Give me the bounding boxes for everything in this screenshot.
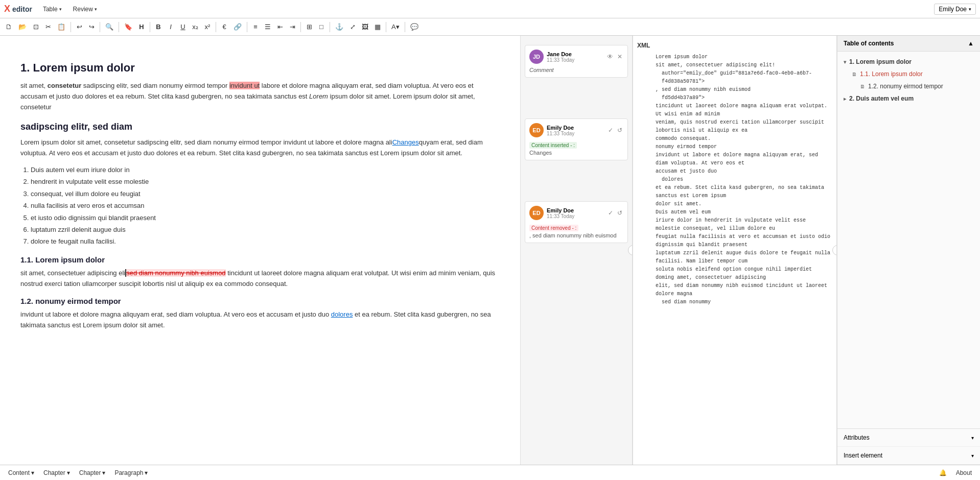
copy-button[interactable]: ⊡ bbox=[30, 20, 41, 34]
comments-panel-toggle[interactable]: › bbox=[628, 245, 633, 255]
image-button[interactable]: 🖼 bbox=[359, 20, 371, 34]
comment-author-3: Emily Doe bbox=[547, 207, 604, 213]
heading-3-2: 1.2. nonumy eirmod tempor bbox=[20, 297, 500, 305]
bookmark-button[interactable]: 🔖 bbox=[122, 20, 135, 34]
list-item: consequat, vel illum dolore eu feugiat bbox=[31, 188, 500, 200]
open-button[interactable]: 📂 bbox=[16, 20, 29, 34]
toc-collapse-button[interactable]: ▲ bbox=[968, 40, 974, 47]
comment-time-3: 11:33 Today bbox=[547, 213, 604, 219]
bold-button[interactable]: B bbox=[153, 20, 164, 34]
link-button[interactable]: 🔗 bbox=[231, 20, 244, 34]
xml-content: Lorem ipsum dolorsit amet, consectetuer … bbox=[637, 53, 832, 306]
comment-avatar-3: ED bbox=[529, 206, 544, 220]
toolbar-separator-5 bbox=[216, 22, 216, 32]
xml-line: invidunt ut labore et dolore magna aliqu… bbox=[637, 151, 832, 167]
xml-line: dolores bbox=[637, 176, 832, 184]
toc-insert-element-label: Insert element bbox=[844, 452, 882, 459]
comment-eye-button[interactable]: 👁 bbox=[606, 52, 614, 61]
underline-button[interactable]: U bbox=[177, 20, 189, 34]
comment-undo-button-3[interactable]: ↺ bbox=[616, 208, 623, 218]
comment-avatar-1: JD bbox=[529, 50, 544, 64]
xml-panel-toggle[interactable]: › bbox=[832, 245, 837, 255]
paragraph-button[interactable]: Paragraph ▾ bbox=[110, 468, 152, 477]
comment-button[interactable]: 💬 bbox=[408, 20, 421, 34]
ordered-list-button[interactable]: ≡ bbox=[250, 20, 261, 34]
table2-button[interactable]: ▦ bbox=[372, 20, 383, 34]
bell-button[interactable]: 🔔 bbox=[935, 468, 951, 477]
comment-actions-2: ✓ ↺ bbox=[607, 126, 623, 135]
list-item: nulla facilisis at vero eros et accumsan bbox=[31, 200, 500, 211]
toolbar-separator-1 bbox=[71, 22, 71, 32]
toc-item[interactable]: ▸2. Duis autem vel eum bbox=[837, 92, 980, 105]
comment-meta-3: Emily Doe 11:33 Today bbox=[547, 207, 604, 219]
toc-insert-element-arrow: ▾ bbox=[971, 453, 974, 459]
user-dropdown[interactable]: Emily Doe ▾ bbox=[934, 4, 976, 15]
comment-content-2: Changes bbox=[529, 150, 623, 156]
chapter-arrow-1: ▾ bbox=[67, 469, 70, 476]
paste-button[interactable]: 📋 bbox=[55, 20, 68, 34]
about-label: About bbox=[956, 469, 972, 476]
chapter-label-2: Chapter bbox=[79, 469, 101, 476]
comments-panel: JD Jane Doe 11:33 Today 👁 ✕ Comment ED E… bbox=[520, 36, 633, 465]
toc-item[interactable]: 🗎1.2. nonumy eirmod tempor bbox=[837, 80, 980, 92]
comment-resolve-button-2[interactable]: ✓ bbox=[607, 126, 614, 135]
xml-line: accusam et justo duo bbox=[637, 167, 832, 176]
indent-decrease-button[interactable]: ⇤ bbox=[274, 20, 286, 34]
toc-insert-element-item[interactable]: Insert element ▾ bbox=[837, 447, 980, 465]
toc-attributes-item[interactable]: Attributes ▾ bbox=[837, 429, 980, 447]
content-button[interactable]: Content ▾ bbox=[4, 468, 38, 477]
list-item: Duis autem vel eum iriure dolor in bbox=[31, 164, 500, 176]
table-button[interactable]: ⊞ bbox=[304, 20, 315, 34]
chapter-button-1[interactable]: Chapter ▾ bbox=[39, 468, 74, 477]
xml-line: luptatum zzril delenit augue duis dolore… bbox=[637, 249, 832, 266]
xml-line: , sed diam nonummy nibh euismod bbox=[637, 86, 832, 94]
list-item: luptatum zzril delenit augue duis bbox=[31, 224, 500, 235]
new-button[interactable]: 🗋 bbox=[3, 20, 15, 34]
chapter-button-2[interactable]: Chapter ▾ bbox=[75, 468, 110, 477]
xml-line: sit amet, consectetuer adipiscing elit! bbox=[637, 61, 832, 69]
comment-resolve-button-3[interactable]: ✓ bbox=[607, 208, 614, 218]
xml-line: veniam, quis nostrud exerci tation ullam… bbox=[637, 118, 832, 135]
xml-line: feugiat nulla facilisis at vero et accum… bbox=[637, 233, 832, 249]
find-button[interactable]: 🔍 bbox=[103, 20, 116, 34]
comment-time-2: 11:33 Today bbox=[547, 131, 604, 136]
italic-button[interactable]: I bbox=[165, 20, 176, 34]
paragraph-4: invidunt ut labore et dolore magna aliqu… bbox=[20, 309, 500, 331]
toc-doc-icon: 🗎 bbox=[852, 71, 857, 77]
figure-button[interactable]: □ bbox=[316, 20, 327, 34]
special-char-button[interactable]: € bbox=[219, 20, 230, 34]
toc-item[interactable]: ▾1. Lorem ipsum dolor bbox=[837, 56, 980, 68]
anchor-button[interactable]: ⚓ bbox=[333, 20, 346, 34]
editor-panel[interactable]: 1. Lorem ipsum dolor sit amet, consetetu… bbox=[0, 36, 520, 465]
comment-header-2: ED Emily Doe 11:33 Today ✓ ↺ bbox=[529, 123, 623, 137]
toc-items: ▾1. Lorem ipsum dolor🗎1.1. Lorem ipsum d… bbox=[837, 52, 980, 428]
toolbar-separator-4 bbox=[150, 22, 150, 32]
changes-link[interactable]: Changes bbox=[392, 138, 419, 146]
list-item: dolore te feugait nulla facilisi. bbox=[31, 235, 500, 247]
table-menu-button[interactable]: Table ▾ bbox=[38, 4, 66, 15]
toc-panel: Table of contents ▲ ▾1. Lorem ipsum dolo… bbox=[837, 36, 980, 465]
toolbar-separator-8 bbox=[330, 22, 330, 32]
heading-2: sadipscing elitr, sed diam bbox=[20, 122, 500, 132]
cut-button[interactable]: ✂ bbox=[42, 20, 54, 34]
heading-button[interactable]: H bbox=[136, 20, 147, 34]
redo-button[interactable]: ↪ bbox=[86, 20, 97, 34]
subscript-button[interactable]: x₂ bbox=[190, 20, 201, 34]
unordered-list-button[interactable]: ☰ bbox=[262, 20, 273, 34]
about-button[interactable]: About bbox=[952, 468, 976, 477]
comment-close-button[interactable]: ✕ bbox=[616, 52, 623, 61]
toc-item[interactable]: 🗎1.1. Lorem ipsum dolor bbox=[837, 68, 980, 80]
dolores-link[interactable]: dolores bbox=[331, 310, 353, 318]
superscript-button[interactable]: x² bbox=[202, 20, 213, 34]
toc-doc-icon: 🗎 bbox=[860, 84, 865, 89]
undo-button[interactable]: ↩ bbox=[74, 20, 85, 34]
comment-undo-button-2[interactable]: ↺ bbox=[616, 126, 623, 135]
fullscreen-button[interactable]: ⤢ bbox=[347, 20, 358, 34]
comment-header-1: JD Jane Doe 11:33 Today 👁 ✕ bbox=[529, 50, 623, 64]
font-color-button[interactable]: A▾ bbox=[389, 20, 402, 34]
xml-line: fd5dd4b37a89"> bbox=[637, 94, 832, 102]
review-menu-button[interactable]: Review ▾ bbox=[68, 4, 102, 15]
toc-header: Table of contents ▲ bbox=[837, 36, 980, 52]
paragraph-arrow: ▾ bbox=[145, 469, 148, 476]
indent-increase-button[interactable]: ⇥ bbox=[287, 20, 298, 34]
